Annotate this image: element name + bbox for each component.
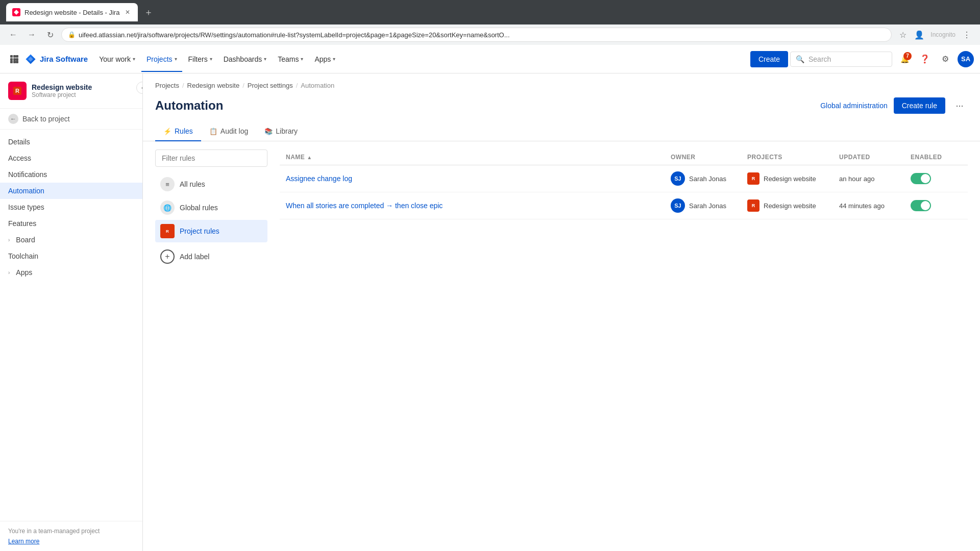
updated-text-2: 44 minutes ago [839, 202, 885, 210]
svg-text:R: R [15, 88, 19, 94]
project-icon: R [8, 82, 27, 100]
forward-button[interactable]: → [24, 28, 39, 42]
incognito-button[interactable]: Incognito [928, 28, 958, 42]
more-options-button[interactable]: ⋮ [960, 28, 974, 42]
teams-chevron: ▾ [301, 56, 303, 62]
logo-text: Jira Software [40, 55, 88, 63]
learn-more-link[interactable]: Learn more [8, 538, 39, 545]
category-all-rules[interactable]: ≡ All rules [155, 173, 267, 195]
top-nav: Jira Software Your work ▾ Projects ▾ Fil… [0, 45, 980, 73]
sidebar-item-features[interactable]: Features [0, 215, 142, 232]
logo[interactable]: Jira Software [24, 53, 88, 65]
breadcrumb-automation: Automation [301, 82, 334, 89]
global-administration-button[interactable]: Global administration [820, 102, 888, 110]
nav-right: 🔍 Search 🔔 7 ❓ ⚙ SA [790, 51, 974, 67]
sidebar-item-notifications[interactable]: Notifications [0, 166, 142, 183]
settings-button[interactable]: ⚙ [937, 51, 953, 67]
breadcrumb-projects[interactable]: Projects [155, 82, 179, 89]
svg-text:R: R [752, 176, 755, 181]
toggle-container-1 [911, 173, 962, 184]
category-global-rules[interactable]: 🌐 Global rules [155, 196, 267, 219]
toggle-knob-2 [921, 201, 930, 210]
tab-audit-log[interactable]: 📋 Audit log [201, 122, 256, 141]
browser-tab[interactable]: Redesign website - Details - Jira ✕ [6, 3, 138, 21]
nav-items: Your work ▾ Projects ▾ Filters ▾ Dashboa… [94, 51, 744, 67]
category-project-rules[interactable]: R Project rules [155, 220, 267, 242]
bookmark-button[interactable]: ☆ [896, 28, 910, 42]
nav-filters[interactable]: Filters ▾ [183, 51, 217, 67]
breadcrumb-redesign[interactable]: Redesign website [187, 82, 240, 89]
back-to-project-link[interactable]: ← Back to project [0, 109, 142, 130]
profile-button[interactable]: 👤 [912, 28, 926, 42]
sidebar-item-apps-label: Apps [16, 268, 32, 277]
new-tab-button[interactable]: ＋ [142, 4, 155, 20]
back-button[interactable]: ← [6, 28, 20, 42]
owner-name-2: Sarah Jonas [689, 202, 726, 210]
back-to-project-label: Back to project [22, 115, 70, 123]
browser-navbar: ← → ↻ 🔒 uifeed.atlassian.net/jira/softwa… [0, 24, 980, 45]
sidebar-item-issue-types[interactable]: Issue types [0, 199, 142, 215]
dashboards-chevron: ▾ [264, 56, 266, 62]
filter-rules-input[interactable] [155, 149, 267, 167]
apps-expand-icon: › [8, 270, 10, 276]
filters-chevron: ▾ [210, 56, 212, 62]
sidebar-item-features-label: Features [8, 219, 36, 228]
svg-rect-3 [16, 55, 18, 58]
sidebar-item-automation[interactable]: Automation [0, 183, 142, 199]
toggle-enabled-2[interactable] [911, 200, 931, 211]
breadcrumb-project-settings[interactable]: Project settings [248, 82, 293, 89]
tab-library-label: Library [276, 127, 298, 135]
tab-favicon [12, 8, 20, 16]
add-label-row[interactable]: + Add label [155, 245, 267, 268]
sidebar-item-apps[interactable]: › Apps [0, 264, 142, 281]
updated-cell-1: an hour ago [839, 174, 911, 183]
your-work-chevron: ▾ [133, 56, 135, 62]
svg-rect-7 [10, 61, 13, 63]
toggle-enabled-1[interactable] [911, 173, 931, 184]
sidebar-item-board[interactable]: › Board [0, 232, 142, 248]
owner-cell-1: SJ Sarah Jonas [671, 171, 747, 186]
address-bar[interactable]: 🔒 uifeed.atlassian.net/jira/software/pro… [61, 28, 892, 42]
owner-cell-2: SJ Sarah Jonas [671, 198, 747, 213]
owner-avatar-2: SJ [671, 198, 685, 213]
app-launcher-button[interactable] [6, 51, 22, 67]
avatar[interactable]: SA [958, 51, 974, 67]
content-body: ≡ All rules 🌐 Global rules R Project rul… [143, 141, 980, 276]
sidebar-item-issue-types-label: Issue types [8, 203, 44, 211]
rule-name-link-2[interactable]: When all stories are completed → then cl… [286, 202, 443, 210]
nav-apps[interactable]: Apps ▾ [309, 51, 340, 67]
sidebar-item-toolchain[interactable]: Toolchain [0, 248, 142, 264]
tab-rules-label: Rules [175, 127, 193, 135]
help-button[interactable]: ❓ [917, 51, 933, 67]
all-rules-label: All rules [180, 180, 205, 188]
breadcrumb: Projects / Redesign website / Project se… [143, 73, 980, 93]
nav-teams[interactable]: Teams ▾ [273, 51, 308, 67]
rule-name-link-1[interactable]: Assignee change log [286, 174, 352, 183]
col-owner: Owner [671, 154, 747, 161]
nav-dashboards[interactable]: Dashboards ▾ [218, 51, 272, 67]
svg-rect-2 [13, 55, 16, 58]
project-cell-1: R Redesign website [747, 172, 839, 185]
sidebar-item-access[interactable]: Access [0, 150, 142, 166]
audit-log-tab-icon: 📋 [209, 128, 217, 135]
search-box[interactable]: 🔍 Search [790, 52, 892, 67]
nav-projects[interactable]: Projects ▾ [141, 51, 182, 67]
svg-rect-6 [16, 58, 18, 61]
page-actions: Global administration Create rule ··· [820, 97, 968, 114]
notifications-button[interactable]: 🔔 7 [896, 51, 913, 67]
tab-close-button[interactable]: ✕ [124, 8, 132, 16]
rules-filter-panel: ≡ All rules 🌐 Global rules R Project rul… [155, 149, 267, 268]
tab-library[interactable]: 📚 Library [256, 122, 306, 141]
nav-your-work[interactable]: Your work ▾ [94, 51, 140, 67]
table-row: Assignee change log SJ Sarah Jonas R Red… [280, 165, 968, 192]
address-url: uifeed.atlassian.net/jira/software/proje… [79, 31, 510, 39]
reload-button[interactable]: ↻ [43, 28, 57, 42]
sidebar-item-notifications-label: Notifications [8, 170, 47, 179]
sidebar-item-details[interactable]: Details [0, 134, 142, 150]
rules-table: Name ▲ Owner Projects Updated [280, 149, 968, 268]
create-button[interactable]: Create [750, 51, 788, 67]
tab-rules[interactable]: ⚡ Rules [155, 122, 201, 141]
more-actions-button[interactable]: ··· [951, 97, 968, 114]
project-badge-1: R [747, 172, 760, 185]
create-rule-button[interactable]: Create rule [894, 97, 945, 114]
